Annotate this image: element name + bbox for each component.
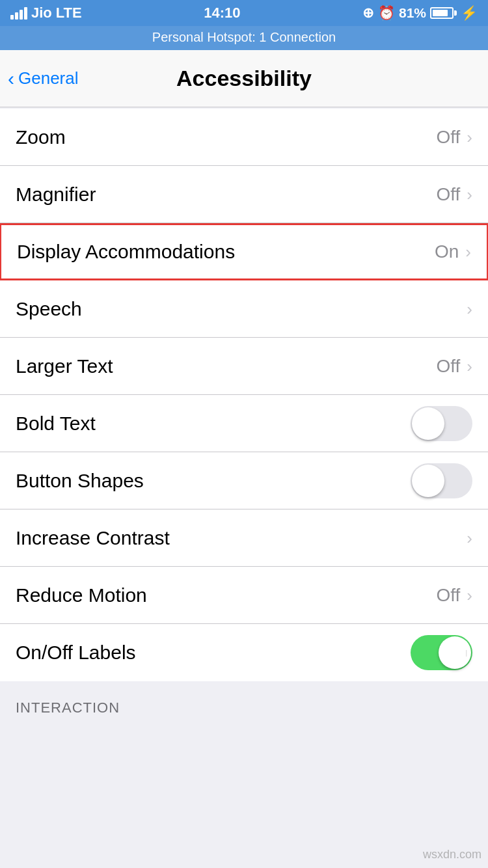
status-bar-left: Jio LTE <box>10 5 82 21</box>
row-right-speech: › <box>467 301 472 318</box>
row-value-magnifier: Off <box>436 184 460 205</box>
chevron-right-icon-magnifier: › <box>467 186 472 203</box>
row-label-reduce-motion: Reduce Motion <box>16 584 147 606</box>
row-right-magnifier: Off› <box>436 184 472 205</box>
settings-row-larger-text[interactable]: Larger TextOff› <box>0 338 488 395</box>
row-label-zoom: Zoom <box>16 126 66 148</box>
row-label-speech: Speech <box>16 298 82 320</box>
chevron-right-icon-reduce-motion: › <box>467 587 472 604</box>
row-right-increase-contrast: › <box>467 530 472 547</box>
row-value-larger-text: Off <box>436 356 460 377</box>
row-value-reduce-motion: Off <box>436 585 460 606</box>
nav-bar: ‹ General Accessibility <box>0 50 488 107</box>
row-value-zoom: Off <box>436 127 460 148</box>
chevron-right-icon-zoom: › <box>467 129 472 146</box>
carrier-label: Jio <box>31 5 52 21</box>
row-right-on-off-labels: | <box>411 635 472 670</box>
settings-list: ZoomOff›MagnifierOff›Display Accommodati… <box>0 109 488 681</box>
row-right-bold-text <box>411 406 472 441</box>
charging-icon: ⚡ <box>461 5 478 21</box>
chevron-right-icon-display-accommodations: › <box>465 243 471 260</box>
row-label-on-off-labels: On/Off Labels <box>16 642 136 664</box>
toggle-bold-text[interactable] <box>411 406 472 441</box>
signal-bars <box>10 7 27 20</box>
settings-row-zoom[interactable]: ZoomOff› <box>0 109 488 166</box>
back-chevron-icon: ‹ <box>8 69 14 88</box>
settings-row-reduce-motion[interactable]: Reduce MotionOff› <box>0 567 488 624</box>
settings-row-button-shapes[interactable]: Button Shapes <box>0 452 488 509</box>
alarm-icon: ⏰ <box>378 5 395 21</box>
network-type-label: LTE <box>56 5 82 21</box>
row-label-increase-contrast: Increase Contrast <box>16 527 170 549</box>
row-right-zoom: Off› <box>436 127 472 148</box>
toggle-button-shapes[interactable] <box>411 463 472 498</box>
screen-rotation-icon: ⊕ <box>362 5 374 21</box>
battery-icon <box>430 7 457 19</box>
row-right-display-accommodations: On› <box>435 241 471 262</box>
page-title: Accessibility <box>176 66 312 91</box>
settings-row-display-accommodations[interactable]: Display AccommodationsOn› <box>0 223 488 280</box>
hotspot-banner: Personal Hotspot: 1 Connection <box>0 26 488 50</box>
row-right-reduce-motion: Off› <box>436 585 472 606</box>
row-right-larger-text: Off› <box>436 356 472 377</box>
chevron-right-icon-increase-contrast: › <box>467 530 472 547</box>
row-label-larger-text: Larger Text <box>16 355 113 377</box>
chevron-right-icon-larger-text: › <box>467 358 472 375</box>
toggle-on-off-labels[interactable]: | <box>411 635 472 670</box>
row-label-display-accommodations: Display Accommodations <box>17 241 235 263</box>
settings-row-magnifier[interactable]: MagnifierOff› <box>0 166 488 223</box>
interaction-section-header: INTERACTION <box>0 681 488 723</box>
row-label-button-shapes: Button Shapes <box>16 470 144 492</box>
battery-percent-label: 81% <box>399 5 426 21</box>
settings-row-speech[interactable]: Speech› <box>0 280 488 338</box>
row-label-bold-text: Bold Text <box>16 413 96 435</box>
row-right-button-shapes <box>411 463 472 498</box>
status-bar: Jio LTE 14:10 ⊕ ⏰ 81% ⚡ <box>0 0 488 26</box>
status-bar-right: ⊕ ⏰ 81% ⚡ <box>362 5 478 21</box>
settings-row-bold-text[interactable]: Bold Text <box>0 395 488 452</box>
status-bar-time: 14:10 <box>204 5 240 21</box>
back-button[interactable]: ‹ General <box>8 68 79 88</box>
settings-row-increase-contrast[interactable]: Increase Contrast› <box>0 509 488 567</box>
row-label-magnifier: Magnifier <box>16 183 96 206</box>
chevron-right-icon-speech: › <box>467 301 472 318</box>
back-label: General <box>18 68 79 88</box>
watermark: wsxdn.com <box>423 848 481 861</box>
row-value-display-accommodations: On <box>435 241 459 262</box>
settings-row-on-off-labels[interactable]: On/Off Labels| <box>0 624 488 681</box>
